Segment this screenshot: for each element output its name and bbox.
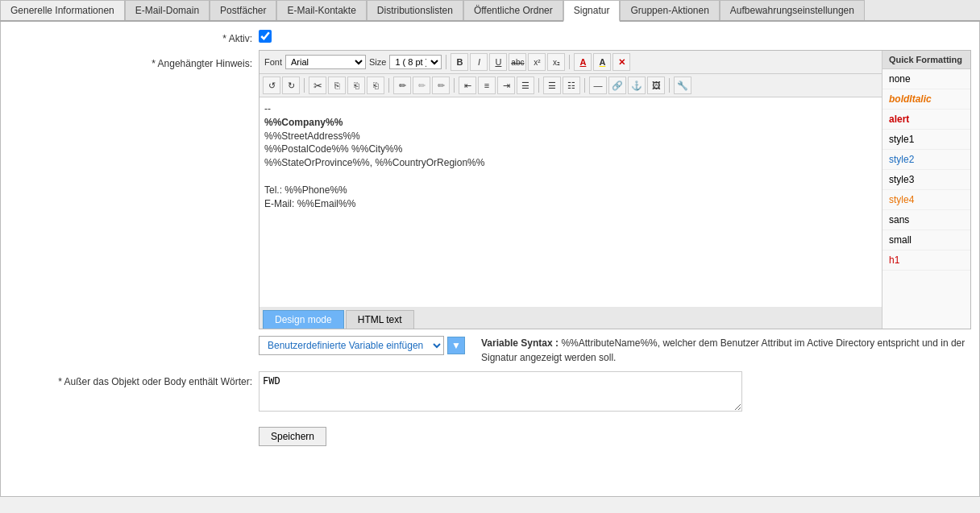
tab-oeffentliche-ordner[interactable]: Öffentliche Ordner [463, 0, 563, 20]
variable-select[interactable]: Benutzerdefinierte Variable einfügen [259, 336, 444, 355]
align-center-btn[interactable]: ≡ [478, 77, 496, 94]
tab-aufbewahrungseinstellungen[interactable]: Aufbewahrungseinstellungen [720, 0, 865, 20]
cut-btn[interactable]: ✂ [309, 77, 326, 94]
qf-item-style4[interactable]: style4 [882, 190, 970, 210]
tab-email-kontakte[interactable]: E-Mail-Kontakte [276, 0, 366, 20]
aktiv-row: * Aktiv: [9, 30, 971, 45]
italic-btn[interactable]: I [470, 53, 488, 71]
qf-item-style3[interactable]: style3 [882, 170, 970, 190]
main-content: * Aktiv: * Angehängter Hinweis: Font Ari… [0, 22, 980, 497]
size-label: Size [369, 57, 386, 67]
tab-bar: Generelle Informationen E-Mail-Domain Po… [0, 0, 980, 22]
superscript-btn[interactable]: x² [528, 53, 546, 71]
align-right-btn[interactable]: ⇥ [497, 77, 515, 94]
qf-list: none boldItalic alert style1 style2 styl… [882, 69, 970, 271]
qf-item-sans[interactable]: sans [882, 210, 970, 230]
qf-item-style1[interactable]: style1 [882, 130, 970, 150]
size-select[interactable]: 1 ( 8 pt ) [389, 55, 442, 69]
variable-arrow-btn[interactable]: ▼ [447, 337, 465, 354]
hr-btn[interactable]: — [589, 77, 607, 94]
qf-item-none[interactable]: none [882, 69, 970, 89]
angehaengter-row: * Angehängter Hinweis: Font Arial Size 1… [9, 50, 971, 329]
design-mode-tab[interactable]: Design mode [263, 310, 344, 329]
link-btn[interactable]: 🔗 [608, 77, 626, 94]
special-btn[interactable]: 🔧 [674, 77, 691, 94]
save-button[interactable]: Speichern [259, 427, 326, 446]
tab-signatur[interactable]: Signatur [563, 0, 621, 22]
font-label: Font [264, 57, 282, 67]
mode-tabs: Design mode HTML text [260, 307, 882, 329]
editor-content-area[interactable]: -- %%Company%% %%StreetAddress%% %%Posta… [260, 97, 882, 307]
qf-item-h1[interactable]: h1 [882, 250, 970, 271]
sep3 [304, 78, 305, 93]
tab-distributionslisten[interactable]: Distributionslisten [367, 0, 463, 20]
font-color-btn[interactable]: A [574, 53, 592, 71]
variable-select-wrapper: Benutzerdefinierte Variable einfügen ▼ [259, 336, 465, 355]
ul-btn[interactable]: ☷ [563, 77, 580, 94]
save-row: Speichern [9, 420, 971, 446]
tab-email-domain[interactable]: E-Mail-Domain [125, 0, 210, 20]
angehaengter-label: * Angehängter Hinweis: [9, 50, 259, 69]
quick-formatting-panel: Quick Formatting none boldItalic alert s… [882, 51, 970, 329]
qf-item-style2[interactable]: style2 [882, 150, 970, 170]
pick2-btn[interactable]: ✏ [413, 77, 430, 94]
qf-item-alert[interactable]: alert [882, 110, 970, 130]
editor-main: Font Arial Size 1 ( 8 pt ) B I U abc [260, 51, 882, 329]
qf-item-bolditalic[interactable]: boldItalic [882, 89, 970, 110]
ol-btn[interactable]: ☰ [543, 77, 561, 94]
subscript-btn[interactable]: x₂ [547, 53, 565, 71]
sep6 [538, 78, 539, 93]
save-spacer [9, 420, 259, 424]
html-text-tab[interactable]: HTML text [346, 310, 414, 329]
toolbar-row1: Font Arial Size 1 ( 8 pt ) B I U abc [260, 51, 882, 74]
quick-formatting-header: Quick Formatting [882, 51, 970, 69]
bold-btn[interactable]: B [451, 53, 468, 71]
strikethrough-btn[interactable]: abc [509, 53, 526, 71]
copy-btn[interactable]: ⎘ [328, 77, 346, 94]
paste-btn[interactable]: ⎗ [347, 77, 365, 94]
tab-postfaecher[interactable]: Postfächer [210, 0, 276, 20]
aktiv-label: * Aktiv: [9, 30, 259, 44]
redo-btn[interactable]: ↻ [282, 77, 300, 94]
variable-syntax: Variable Syntax : %%AttributeName%%, wel… [481, 336, 971, 365]
editor-container: Font Arial Size 1 ( 8 pt ) B I U abc [259, 50, 971, 329]
font-select[interactable]: Arial [285, 55, 366, 69]
qf-item-small[interactable]: small [882, 230, 970, 250]
save-value: Speichern [259, 420, 971, 446]
pick3-btn[interactable]: ✏ [432, 77, 450, 94]
align-left-btn[interactable]: ⇤ [459, 77, 476, 94]
variable-content: Benutzerdefinierte Variable einfügen ▼ V… [259, 336, 971, 365]
words-row: * Außer das Objekt oder Body enthält Wör… [9, 371, 971, 414]
words-value: FWD [259, 371, 971, 414]
tab-generelle[interactable]: Generelle Informationen [0, 0, 125, 20]
words-textarea[interactable]: FWD [259, 371, 742, 412]
sep7 [584, 78, 585, 93]
tab-gruppen-aktionen[interactable]: Gruppen-Aktionen [620, 0, 719, 20]
words-label: * Außer das Objekt oder Body enthält Wör… [9, 371, 259, 387]
sep2 [569, 55, 570, 69]
underline-btn[interactable]: U [489, 53, 507, 71]
sep5 [454, 78, 455, 93]
sep8 [669, 78, 670, 93]
remove-format-btn[interactable]: ✕ [612, 53, 630, 71]
highlight-btn[interactable]: A [593, 53, 611, 71]
sep4 [388, 78, 389, 93]
undo-btn[interactable]: ↺ [263, 77, 280, 94]
angehaengter-value: Font Arial Size 1 ( 8 pt ) B I U abc [259, 50, 971, 329]
toolbar-row2: ↺ ↻ ✂ ⎘ ⎗ ⎗ ✏ ✏ ✏ ⇤ ≡ ⇥ [260, 74, 882, 97]
image-btn[interactable]: 🖼 [647, 77, 665, 94]
pick1-btn[interactable]: ✏ [393, 77, 411, 94]
paste2-btn[interactable]: ⎗ [367, 77, 384, 94]
sep1 [446, 55, 446, 69]
variable-row: Benutzerdefinierte Variable einfügen ▼ V… [259, 336, 971, 365]
anchor-btn[interactable]: ⚓ [628, 77, 646, 94]
aktiv-checkbox[interactable] [259, 30, 272, 43]
align-justify-btn[interactable]: ☰ [517, 77, 534, 94]
aktiv-value [259, 30, 971, 45]
